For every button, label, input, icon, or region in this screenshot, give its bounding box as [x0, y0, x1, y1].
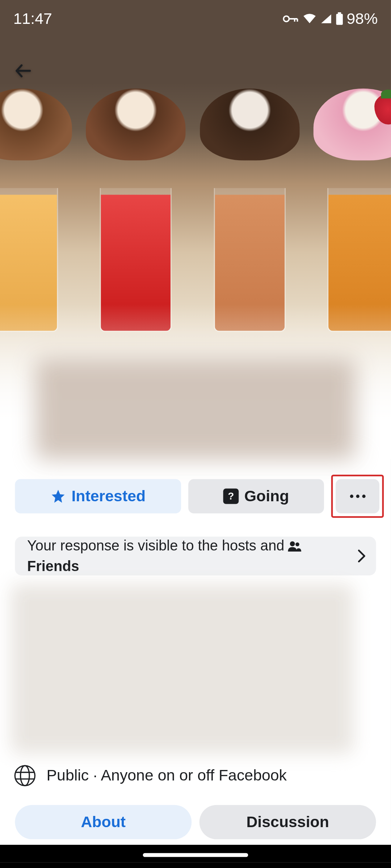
battery-percentage: 98% — [347, 10, 378, 28]
tab-discussion[interactable]: Discussion — [199, 805, 376, 839]
visibility-audience: Friends — [27, 558, 79, 575]
going-label: Going — [244, 488, 289, 505]
friends-icon — [288, 540, 302, 552]
battery-icon — [336, 12, 343, 26]
star-icon — [50, 489, 66, 504]
visibility-prefix: Your response is visible to the hosts an… — [27, 537, 284, 554]
wifi-icon — [302, 13, 317, 25]
svg-point-3 — [290, 541, 295, 546]
event-title-redacted — [35, 358, 356, 459]
globe-icon — [13, 764, 37, 787]
tab-about[interactable]: About — [15, 805, 192, 839]
event-details-redacted — [11, 584, 353, 753]
home-indicator[interactable] — [143, 853, 248, 857]
svg-point-5 — [15, 766, 35, 786]
interested-label: Interested — [71, 488, 146, 505]
svg-point-4 — [296, 542, 300, 546]
event-privacy-row: Public · Anyone on or off Facebook — [13, 762, 378, 789]
svg-point-0 — [283, 16, 289, 21]
system-nav-bar — [0, 845, 391, 863]
ellipsis-icon — [350, 495, 365, 498]
status-time: 11:47 — [13, 10, 52, 28]
chevron-right-icon — [357, 549, 366, 563]
tab-about-label: About — [81, 813, 126, 831]
vpn-key-icon — [282, 14, 299, 24]
tab-discussion-label: Discussion — [246, 813, 329, 831]
interested-button[interactable]: Interested — [15, 479, 181, 514]
cellular-signal-icon — [320, 13, 332, 25]
tutorial-highlight-ring — [331, 475, 384, 518]
rsvp-question-icon — [223, 489, 239, 504]
svg-rect-1 — [336, 14, 342, 25]
rsvp-actions-row: Interested Going — [15, 479, 379, 514]
arrow-left-icon — [13, 61, 33, 81]
back-button[interactable] — [8, 55, 39, 86]
svg-rect-2 — [338, 12, 341, 14]
more-options-button[interactable] — [336, 479, 379, 514]
status-bar: 11:47 98% — [0, 0, 391, 38]
privacy-text: Public · Anyone on or off Facebook — [46, 767, 287, 784]
event-tabs: About Discussion — [15, 805, 376, 839]
going-button[interactable]: Going — [188, 479, 324, 514]
response-visibility-row[interactable]: Your response is visible to the hosts an… — [15, 537, 376, 575]
svg-point-6 — [21, 766, 29, 786]
